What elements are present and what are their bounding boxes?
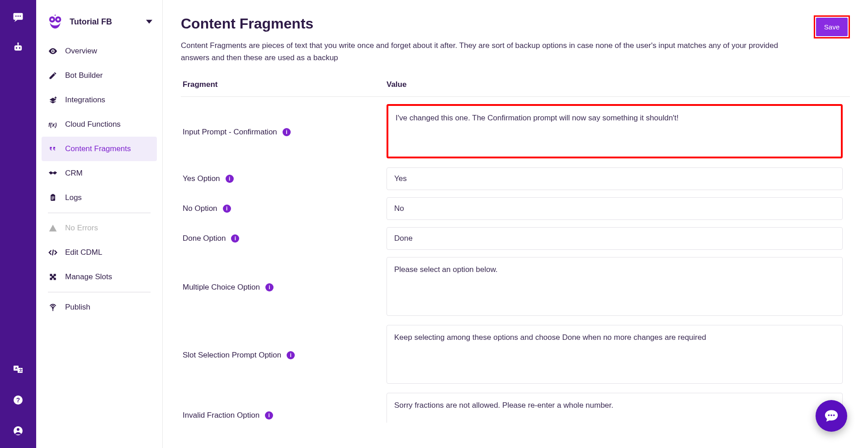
svg-text:f(x): f(x) — [48, 122, 57, 128]
fragment-row: Yes Optioni — [181, 167, 843, 190]
project-switcher[interactable]: Tutorial FB — [42, 11, 157, 39]
fragment-label: Done Optioni — [181, 227, 387, 250]
nav-publish[interactable]: Publish — [42, 295, 157, 319]
svg-text:?: ? — [16, 396, 20, 404]
eye-icon — [48, 46, 58, 56]
fragment-label-text: Done Option — [183, 234, 226, 243]
fragment-value-cell — [387, 104, 843, 160]
fragment-label-text: No Option — [183, 204, 217, 213]
info-icon[interactable]: i — [265, 283, 274, 291]
fragments-list[interactable]: Input Prompt - ConfirmationiYes OptioniN… — [181, 97, 850, 423]
info-icon[interactable]: i — [223, 205, 231, 213]
svg-rect-25 — [52, 197, 55, 197]
fragment-label-text: Slot Selection Prompt Option — [183, 351, 281, 360]
fragment-label-text: Invalid Fraction Option — [183, 411, 259, 420]
fragment-value-input[interactable] — [387, 325, 843, 384]
nav-label: Overview — [65, 47, 97, 56]
fragment-value-input[interactable] — [387, 227, 843, 250]
fragment-value-cell — [387, 325, 843, 386]
nav-edit-cdml[interactable]: Edit CDML — [42, 240, 157, 265]
nav-cloud-functions[interactable]: f(x) Cloud Functions — [42, 112, 157, 137]
svg-rect-26 — [52, 198, 55, 198]
svg-point-21 — [52, 50, 54, 52]
nav-no-errors[interactable]: No Errors — [42, 216, 157, 240]
nav-integrations[interactable]: Integrations — [42, 88, 157, 112]
chat-bubble-icon[interactable] — [12, 11, 24, 24]
nav-label: Bot Builder — [65, 71, 103, 80]
warning-icon — [48, 223, 58, 233]
fragment-value-input[interactable] — [387, 257, 843, 316]
fragment-value-input[interactable] — [387, 197, 843, 220]
code-icon — [48, 248, 58, 257]
svg-point-6 — [19, 47, 21, 49]
nav-content-fragments[interactable]: Content Fragments — [42, 137, 157, 161]
page-title: Content Fragments — [181, 15, 805, 32]
table-header-row: Fragment Value — [181, 80, 850, 97]
nav-label: Manage Slots — [65, 272, 112, 281]
fragment-value-input[interactable] — [387, 104, 843, 158]
account-icon[interactable] — [12, 424, 24, 437]
svg-text:A: A — [15, 366, 18, 370]
page-description: Content Fragments are pieces of text tha… — [181, 39, 792, 64]
info-icon[interactable]: i — [287, 351, 295, 359]
fragment-row: Input Prompt - Confirmationi — [181, 104, 843, 160]
nav-label: Cloud Functions — [65, 120, 121, 129]
quote-icon — [48, 144, 58, 154]
nav-overview[interactable]: Overview — [42, 39, 157, 63]
nav-crm[interactable]: CRM — [42, 161, 157, 186]
nav: Overview Bot Builder Integrations f(x) C… — [42, 39, 157, 319]
svg-point-20 — [57, 19, 59, 21]
save-button[interactable]: Save — [816, 18, 848, 36]
fragment-row: Done Optioni — [181, 227, 843, 250]
nav-label: Integrations — [65, 95, 105, 105]
fragment-value-cell — [387, 167, 843, 190]
info-icon[interactable]: i — [283, 128, 291, 136]
nav-label: CRM — [65, 169, 83, 178]
fragment-value-input[interactable] — [387, 167, 843, 190]
nav-logs[interactable]: Logs — [42, 186, 157, 210]
svg-point-1 — [15, 15, 17, 17]
svg-point-2 — [18, 15, 19, 17]
svg-rect-4 — [14, 45, 22, 51]
column-header-fragment: Fragment — [181, 80, 387, 89]
caret-down-icon — [146, 19, 152, 25]
info-icon[interactable]: i — [231, 234, 239, 243]
function-icon: f(x) — [48, 119, 58, 129]
clipboard-icon — [48, 193, 58, 203]
fragment-label: Yes Optioni — [181, 167, 387, 190]
fragment-value-cell — [387, 227, 843, 250]
nav-label: Logs — [65, 193, 82, 202]
nav-label: Edit CDML — [65, 248, 102, 257]
app-rail: A文 ? — [0, 0, 36, 448]
fragment-value-input[interactable] — [387, 393, 843, 423]
fragment-value-cell — [387, 257, 843, 318]
chat-fab[interactable] — [816, 400, 847, 432]
nav-divider — [48, 213, 151, 213]
save-button-highlight: Save — [814, 15, 850, 38]
pencil-icon — [48, 71, 58, 81]
nav-bot-builder[interactable]: Bot Builder — [42, 63, 157, 88]
svg-text:文: 文 — [19, 368, 23, 372]
svg-point-30 — [828, 415, 830, 416]
svg-point-3 — [19, 15, 21, 17]
info-icon[interactable]: i — [226, 175, 234, 183]
project-name: Tutorial FB — [70, 17, 141, 27]
broadcast-icon — [48, 302, 58, 312]
column-header-value: Value — [387, 80, 406, 89]
help-icon[interactable]: ? — [12, 394, 24, 406]
translate-icon[interactable]: A文 — [12, 363, 24, 376]
fragment-value-cell — [387, 393, 843, 423]
fragment-row: Invalid Fraction Optioni — [181, 393, 843, 423]
sidebar: Tutorial FB Overview Bot Builder Integra… — [36, 0, 163, 448]
bot-icon[interactable] — [12, 42, 24, 54]
nav-label: No Errors — [65, 224, 98, 233]
main-content: Content Fragments Content Fragments are … — [163, 0, 868, 448]
fragment-value-cell — [387, 197, 843, 220]
svg-point-29 — [52, 307, 54, 309]
fragment-row: Multiple Choice Optioni — [181, 257, 843, 318]
svg-point-8 — [17, 43, 19, 44]
svg-rect-27 — [52, 199, 53, 200]
info-icon[interactable]: i — [265, 411, 273, 419]
fragment-label: Invalid Fraction Optioni — [181, 393, 387, 423]
nav-manage-slots[interactable]: Manage Slots — [42, 265, 157, 289]
